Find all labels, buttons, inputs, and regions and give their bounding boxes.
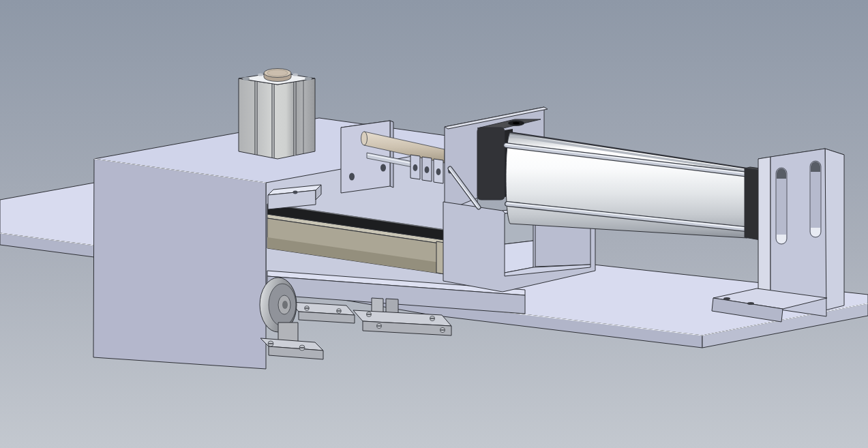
end-bracket-side <box>825 149 844 310</box>
slot-shadow <box>777 168 786 179</box>
slot-shadow <box>811 162 820 172</box>
box-front-face[interactable] <box>93 159 266 369</box>
compact-cylinder[interactable] <box>239 69 315 160</box>
piston-rod-end <box>361 132 368 145</box>
carriage-hole <box>293 191 298 194</box>
bracket-hole <box>349 173 355 181</box>
bracket-slot <box>810 161 821 237</box>
rear-cap-front[interactable] <box>477 128 505 200</box>
bolt <box>723 297 730 300</box>
clevis-hole <box>425 166 430 173</box>
end-bracket-left-edge <box>758 157 770 310</box>
corner-notch <box>243 77 250 80</box>
clevis-hole <box>436 168 441 175</box>
bearing-hole <box>282 301 288 309</box>
compact-cylinder-cap-inner <box>267 70 288 76</box>
corner-notch <box>293 74 298 76</box>
clevis-hole <box>413 164 418 171</box>
bracket-slot <box>776 168 787 244</box>
corner-notch <box>305 77 312 80</box>
corner-notch <box>258 74 263 76</box>
bracket-side-edge <box>390 121 393 188</box>
rear-cap-boss-hole <box>513 122 520 125</box>
bracket-hole <box>380 164 386 172</box>
bolt <box>747 302 754 305</box>
cad-viewport <box>0 0 868 448</box>
